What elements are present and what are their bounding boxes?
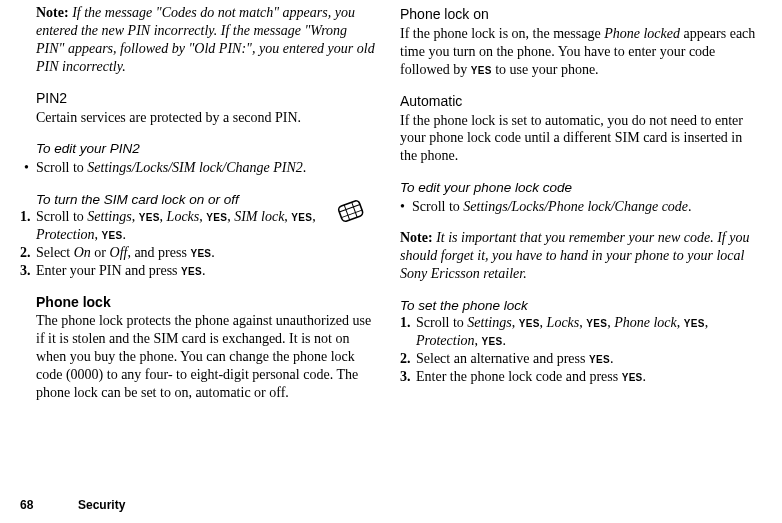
heading-set-phone-lock: To set the phone lock [400,297,756,314]
heading-edit-phone-lock-code: To edit your phone lock code [400,179,756,196]
heading-phone-lock: Phone lock [36,294,376,312]
step-set-2: 2. Select an alternative and press YES. [416,350,756,368]
sim-card-icon [332,193,370,231]
heading-pin2: PIN2 [36,90,376,108]
heading-phone-lock-on: Phone lock on [400,6,756,24]
note-remember-code: Note: It is important that you remember … [400,229,756,283]
heading-edit-pin2: To edit your PIN2 [36,140,376,157]
section-title: Security [78,498,125,512]
body-phone-lock-on: If the phone lock is on, the message Pho… [400,25,756,79]
body-pin2: Certain services are protected by a seco… [36,109,376,127]
step-set-3: 3. Enter the phone lock code and press Y… [416,368,756,386]
heading-sim-lock: To turn the SIM card lock on or off [36,191,376,208]
body-automatic: If the phone lock is set to automatic, y… [400,112,756,166]
page-number: 68 [20,498,78,512]
note-pin: Note: If the message "Codes do not match… [36,4,376,76]
page-footer: 68Security [20,498,125,512]
step-sim-3: 3. Enter your PIN and press YES. [36,262,376,280]
heading-automatic: Automatic [400,93,756,111]
body-phone-lock: The phone lock protects the phone agains… [36,312,376,402]
bullet-edit-code: • Scroll to Settings/Locks/Phone lock/Ch… [400,198,756,216]
step-sim-1: 1. Scroll to Settings, YES, Locks, YES, … [36,208,322,244]
step-set-1: 1. Scroll to Settings, YES, Locks, YES, … [416,314,756,350]
bullet-edit-pin2: • Scroll to Settings/Locks/SIM lock/Chan… [36,159,376,177]
step-sim-2: 2. Select On or Off, and press YES. [36,244,376,262]
